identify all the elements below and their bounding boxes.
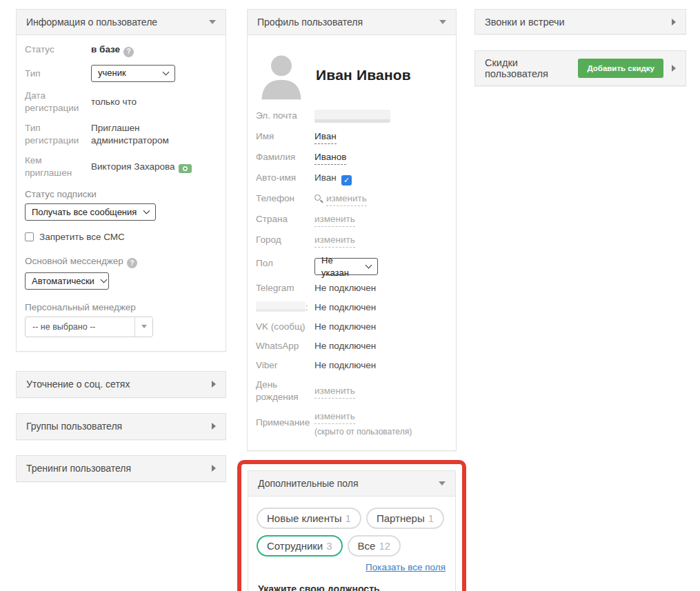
tag-label: Партнеры (377, 512, 425, 524)
chevron-right-icon (212, 423, 216, 430)
type-select-value: ученик (98, 67, 126, 79)
tag-label: Сотрудники (267, 540, 323, 552)
panel-discounts-header[interactable]: Скидки пользователя Добавить скидку (474, 50, 686, 86)
panel-user-info-header[interactable]: Информация о пользователе (17, 10, 226, 35)
panel-profile-header[interactable]: Профиль пользователя (248, 10, 456, 35)
note-value-wrap: изменить (скрыто от пользователя) (314, 410, 448, 438)
messenger-label: Основной мессенджер (25, 256, 123, 266)
first-name-row: Имя Иван (256, 130, 448, 144)
manager-select-value: -- не выбрано -- (26, 317, 134, 337)
messenger-select-value: Автоматически (32, 276, 94, 286)
show-all-fields-link[interactable]: Показать все поля (366, 562, 446, 572)
chevron-down-icon (100, 276, 107, 283)
telegram-value: Не подключен (314, 282, 448, 294)
panel-trainings-title: Тренинги пользователя (26, 463, 131, 474)
panel-profile-title: Профиль пользователя (257, 17, 363, 28)
tag-label: Новые клиенты (267, 512, 342, 524)
vk-row: VK (сообщ) Не подключен (256, 321, 448, 333)
tag-employees[interactable]: Сотрудники 3 (257, 535, 343, 557)
auto-name-checkbox[interactable] (341, 175, 352, 186)
first-name-label: Имя (256, 130, 314, 143)
subscription-select-value: Получать все сообщения (32, 207, 137, 217)
reg-date-row: Дата регистрации только что (25, 90, 217, 114)
invited-by-value: Виктория Захарова (91, 161, 175, 172)
phone-change-link[interactable]: изменить (326, 192, 367, 206)
chevron-right-icon (212, 381, 216, 388)
panel-additional-fields-header[interactable]: Дополнительные поля (248, 471, 455, 497)
status-label: Статус (25, 43, 91, 57)
gender-select[interactable]: Не указан (314, 258, 378, 275)
last-name-value[interactable]: Иванов (314, 151, 346, 165)
country-change-link[interactable]: изменить (314, 213, 355, 227)
hidden-messenger-row: : Не подключен (256, 301, 448, 314)
whatsapp-value: Не подключен (314, 340, 448, 352)
subscription-label: Статус подписки (25, 189, 217, 199)
eye-dot (183, 166, 188, 171)
auto-name-row: Авто-имя Иван (256, 172, 448, 186)
type-select[interactable]: ученик (91, 65, 175, 82)
whatsapp-row: WhatsApp Не подключен (256, 340, 448, 352)
view-as-user-icon[interactable] (179, 164, 192, 173)
tag-count: 12 (379, 540, 390, 552)
invited-by-value-wrap: Виктория Захарова (91, 154, 217, 179)
invited-by-row: Кем приглашен Виктория Захарова (25, 154, 217, 179)
hidden-messenger-label: : (256, 301, 314, 314)
panel-additional-fields-title: Дополнительные поля (258, 478, 359, 489)
panel-trainings-header[interactable]: Тренинги пользователя (17, 456, 226, 481)
last-name-row: Фамилия Иванов (256, 151, 448, 165)
note-change-link[interactable]: изменить (314, 410, 355, 424)
messenger-select[interactable]: Автоматически (25, 272, 109, 290)
tag-all[interactable]: Все 12 (348, 535, 401, 557)
user-full-name: Иван Иванов (316, 67, 411, 83)
type-label: Тип (25, 65, 91, 82)
invited-by-label: Кем приглашен (25, 154, 91, 179)
phone-row: Телефон изменить (256, 192, 448, 206)
city-change-link[interactable]: изменить (314, 234, 355, 248)
auto-name-label: Авто-имя (256, 172, 314, 184)
viber-value: Не подключен (314, 359, 448, 372)
panel-social-header[interactable]: Уточнение о соц. сетях (17, 372, 226, 397)
avatar (258, 50, 305, 100)
telegram-label: Telegram (256, 282, 314, 294)
manager-label: Персональный менеджер (25, 302, 217, 312)
viber-label: Viber (256, 359, 314, 372)
panel-calls-header[interactable]: Звонки и встречи (474, 9, 686, 34)
birthday-change-link[interactable]: изменить (314, 385, 355, 399)
middle-column: Профиль пользователя Иван Иванов Эл. поч… (247, 9, 457, 591)
panel-social-title: Уточнение о соц. сетях (26, 379, 130, 390)
panel-profile: Профиль пользователя Иван Иванов Эл. поч… (247, 9, 457, 451)
help-icon[interactable] (123, 47, 134, 57)
chevron-down-icon (439, 481, 446, 485)
email-label: Эл. почта (256, 110, 314, 122)
panel-user-info-title: Информация о пользователе (26, 17, 157, 28)
messenger-label-wrap: Основной мессенджер (25, 256, 217, 268)
chevron-down-icon (366, 262, 372, 269)
reg-date-label: Дата регистрации (25, 90, 91, 114)
subscription-select[interactable]: Получать все сообщения (25, 203, 156, 221)
blurred-email (314, 110, 390, 123)
panel-social: Уточнение о соц. сетях (16, 371, 226, 398)
hidden-label-suffix: : (306, 302, 308, 312)
panel-additional-fields-body: Новые клиенты 1 Партнеры 1 Сотрудники 3 (248, 497, 455, 591)
country-label: Страна (256, 213, 314, 226)
tag-new-clients[interactable]: Новые клиенты 1 (257, 508, 361, 529)
first-name-value[interactable]: Иван (314, 130, 337, 144)
panel-groups-header[interactable]: Группы пользователя (17, 414, 226, 439)
auto-name-value: Иван (314, 172, 337, 183)
status-value: в базе (91, 44, 120, 54)
birthday-row: День рождения изменить (256, 379, 448, 403)
forbid-sms-checkbox-row[interactable]: Запретить все СМС (25, 232, 217, 242)
status-row: Статус в базе (25, 43, 217, 57)
type-row: Тип ученик (25, 65, 217, 82)
search-icon[interactable] (314, 194, 323, 203)
forbid-sms-checkbox[interactable] (25, 232, 34, 241)
birthday-label: День рождения (256, 379, 314, 403)
telegram-row: Telegram Не подключен (256, 282, 448, 294)
help-icon[interactable] (127, 258, 137, 268)
tag-count: 1 (346, 512, 351, 524)
hidden-messenger-value: Не подключен (314, 301, 448, 314)
panel-calls-title: Звонки и встречи (485, 17, 672, 28)
tag-partners[interactable]: Партнеры 1 (366, 508, 444, 529)
add-discount-button[interactable]: Добавить скидку (578, 59, 663, 78)
manager-select[interactable]: -- не выбрано -- (25, 317, 153, 337)
